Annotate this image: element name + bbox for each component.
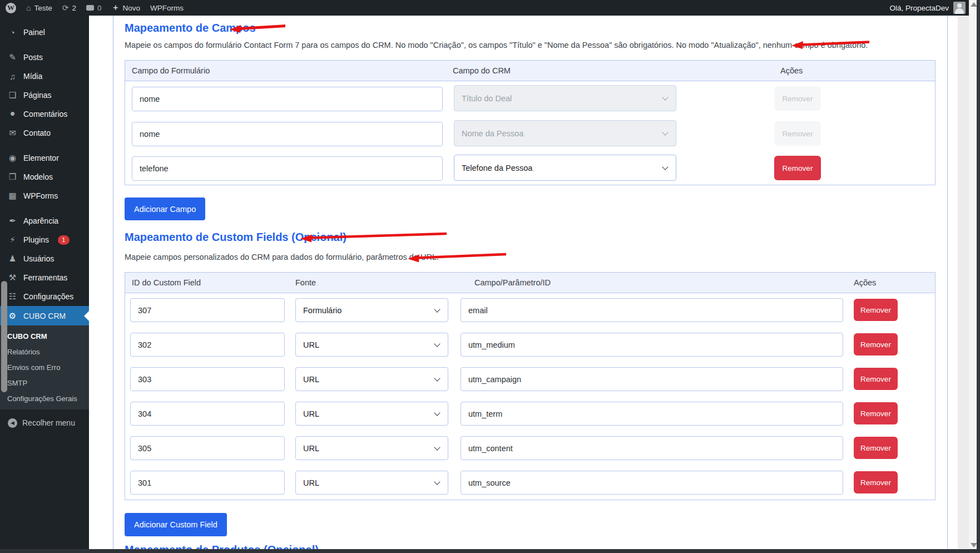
new-content-menu[interactable]: ＋ Novo (112, 3, 141, 13)
remove-row-button[interactable]: Remover (854, 299, 898, 321)
sidebar-item-icon: ⚫ (7, 109, 18, 119)
wordpress-admin-screen: W ⌂ Teste ⟳ 2 0 ＋ Novo WPForms Olá, Prop… (0, 0, 980, 553)
sidebar-item-label: Páginas (23, 91, 52, 100)
sidebar-item[interactable]: ⚙ CUBO CRM (0, 306, 89, 325)
custom-field-id-input[interactable] (130, 367, 285, 391)
remove-row-button[interactable]: Remover (854, 368, 898, 390)
source-selected-value: URL (303, 409, 319, 418)
submenu-item[interactable]: Configurações Gerais (0, 391, 89, 406)
target-input[interactable] (461, 471, 843, 495)
source-select[interactable]: URL (295, 471, 448, 495)
sidebar-item[interactable]: ❏ Páginas (0, 86, 89, 105)
sidebar-item[interactable]: ◔ Painel (0, 23, 89, 42)
sidebar-item-label: Plugins (23, 235, 49, 244)
updates-count: 2 (72, 4, 76, 12)
remove-row-button[interactable]: Remover (854, 402, 898, 424)
sidebar-item[interactable]: ✉ Contato (0, 124, 89, 142)
source-select[interactable]: URL (295, 436, 448, 460)
form-field-input[interactable] (132, 122, 443, 146)
form-field-input[interactable] (132, 87, 443, 111)
column-header-actions: Ações (780, 61, 803, 81)
horizontal-scrollbar[interactable] (0, 549, 980, 553)
wpforms-toolbar-menu[interactable]: WPForms (150, 4, 184, 12)
target-input[interactable] (461, 298, 843, 322)
sidebar-item-icon: ☷ (7, 292, 18, 302)
crm-field-selected-value: Telefone da Pessoa (462, 164, 532, 172)
crm-field-select[interactable]: Telefone da Pessoa (454, 155, 676, 181)
source-select[interactable]: Formulário (295, 298, 448, 322)
custom-field-row: Formulário Remover (125, 298, 935, 333)
sidebar-item-label: Comentários (23, 110, 67, 119)
submenu-item[interactable]: Relatórios (0, 344, 89, 359)
column-header-custom-field-id: ID do Custom Field (132, 273, 201, 293)
wordpress-menu[interactable]: W (6, 3, 16, 13)
column-header-target: Campo/Parâmetro/ID (474, 273, 551, 293)
custom-field-id-input[interactable] (130, 471, 285, 495)
updates-link[interactable]: ⟳ 2 (62, 3, 76, 12)
add-field-button[interactable]: Adicionar Campo (125, 198, 205, 220)
field-mapping-row: Telefone da Pessoa Remover (125, 155, 935, 189)
submenu-item-label: Envios com Erro (7, 363, 60, 372)
sidebar-item-label: Aparência (23, 216, 58, 225)
submenu-item-label: Relatórios (7, 348, 40, 356)
sidebar-item[interactable]: ⚫ Comentários (0, 105, 89, 124)
sidebar-item[interactable]: ⚒ Ferramentas (0, 268, 89, 287)
custom-field-id-input[interactable] (130, 298, 285, 322)
field-mapping-row: Nome da Pessoa Remover (125, 120, 935, 155)
crm-field-selected-value: Título do Deal (462, 94, 512, 103)
custom-field-row: URL Remover (125, 436, 935, 471)
custom-field-id-input[interactable] (130, 333, 285, 357)
new-label: Novo (123, 4, 141, 12)
user-greeting[interactable]: Olá, PropectaDev (889, 4, 949, 12)
submenu-item[interactable]: SMTP (0, 375, 89, 391)
sidebar-item[interactable]: ▦ WPForms (0, 186, 89, 205)
field-mapping-table: Campo do Formulário Campo do CRM Ações T… (125, 60, 936, 185)
sidebar-item[interactable]: ⚡ Plugins 1 (0, 230, 89, 249)
crm-field-select[interactable]: Nome da Pessoa (454, 120, 676, 146)
target-input[interactable] (461, 333, 843, 357)
sidebar-item[interactable]: ◉ Elementor (0, 149, 89, 167)
custom-field-id-input[interactable] (130, 436, 285, 460)
source-selected-value: URL (303, 375, 319, 384)
site-name: Teste (34, 4, 52, 12)
source-select[interactable]: URL (295, 367, 448, 391)
sidebar-item-label: Painel (23, 28, 45, 37)
avatar[interactable] (953, 2, 966, 14)
form-field-input[interactable] (132, 156, 443, 181)
sidebar-item[interactable]: ❐ Modelos (0, 167, 89, 186)
comments-link[interactable]: 0 (86, 4, 102, 12)
submenu-item[interactable]: CUBO CRM (0, 328, 89, 344)
home-icon: ⌂ (26, 3, 31, 12)
custom-field-id-input[interactable] (130, 402, 285, 426)
sidebar-item-icon: ⚡ (7, 235, 18, 245)
sidebar-item[interactable]: ♟ Usuários (0, 249, 89, 268)
custom-field-row: URL Remover (125, 471, 935, 505)
remove-row-button[interactable]: Remover (774, 121, 821, 146)
sidebar-item[interactable]: ✒ Aparência (0, 211, 89, 230)
field-mapping-title: Mapeamento de Campos (125, 21, 256, 34)
site-name-link[interactable]: ⌂ Teste (26, 3, 52, 12)
sidebar-item[interactable]: ☷ Configurações (0, 287, 89, 306)
remove-row-button[interactable]: Remover (774, 156, 821, 180)
target-input[interactable] (461, 402, 843, 426)
vertical-scrollbar-thumb[interactable] (1, 281, 7, 392)
target-input[interactable] (461, 367, 843, 391)
source-selected-value: URL (303, 340, 319, 349)
target-input[interactable] (461, 436, 843, 460)
sidebar-item-icon: ⚒ (7, 273, 18, 283)
remove-row-button[interactable]: Remover (774, 86, 821, 111)
add-custom-field-button[interactable]: Adicionar Custom Field (125, 513, 227, 536)
remove-row-button[interactable]: Remover (854, 333, 898, 356)
custom-field-row: URL Remover (125, 402, 935, 436)
remove-row-button[interactable]: Remover (854, 471, 898, 493)
sidebar-item-icon: ◔ (7, 28, 18, 37)
source-select[interactable]: URL (295, 333, 448, 357)
sidebar-item-icon: ⚙ (7, 311, 18, 321)
submenu-item[interactable]: Envios com Erro (0, 359, 89, 375)
sidebar-item[interactable]: ♫ Mídia (0, 67, 89, 86)
source-select[interactable]: URL (295, 402, 448, 426)
crm-field-select[interactable]: Título do Deal (454, 85, 676, 111)
remove-row-button[interactable]: Remover (854, 437, 898, 459)
collapse-menu-button[interactable]: ◀ Recolher menu (0, 413, 89, 432)
sidebar-item[interactable]: ✎ Posts (0, 48, 89, 67)
